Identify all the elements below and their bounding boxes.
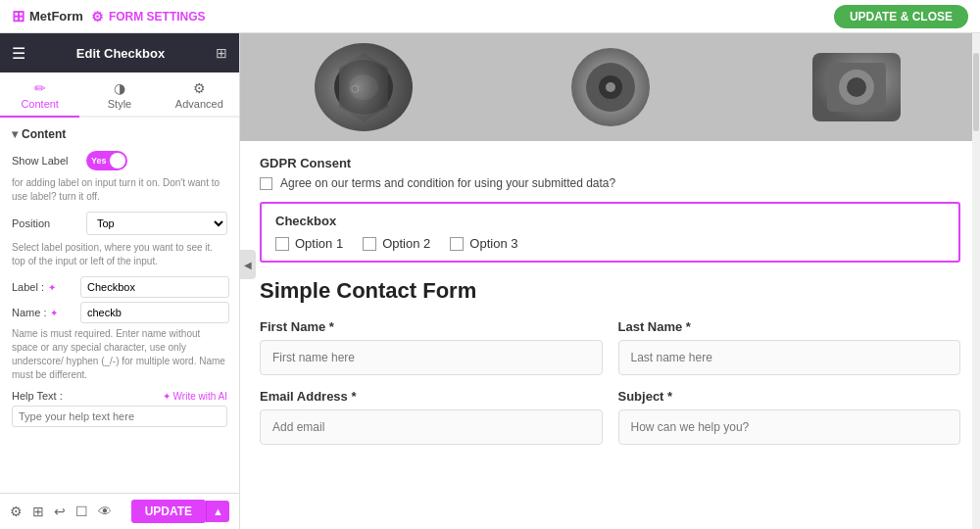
content-tab-label: Content <box>21 98 59 110</box>
update-chevron-button[interactable]: ▲ <box>206 501 229 522</box>
sidebar-collapse-arrow[interactable]: ◀ <box>240 250 256 279</box>
name-hint: Name is must required. Enter name withou… <box>12 327 227 382</box>
eye-icon[interactable]: 👁 <box>98 504 112 519</box>
checkbox-option-3: Option 3 <box>450 236 517 251</box>
option1-label: Option 1 <box>295 236 343 251</box>
style-tab-icon: ◑ <box>83 80 155 96</box>
product-img-1: ⬡ <box>240 33 487 141</box>
show-label-text: Show Label <box>12 155 80 167</box>
metal-part-svg-1: ⬡ <box>290 33 437 141</box>
name-text: Name : <box>12 307 46 318</box>
form-preview: GDPR Consent Agree on our terms and cond… <box>240 141 980 473</box>
option3-label: Option 3 <box>469 236 517 251</box>
logo-text: MetForm <box>29 9 83 24</box>
sidebar-bottom: ⚙ ⊞ ↩ ☐ 👁 UPDATE ▲ <box>0 493 239 529</box>
contact-form-title: Simple Contact Form <box>260 278 960 304</box>
subject-label: Subject * <box>618 389 961 404</box>
content-section-title: Content <box>12 127 227 141</box>
label-input[interactable] <box>80 276 229 298</box>
option2-checkbox[interactable] <box>363 237 376 251</box>
form-settings-label: FORM SETTINGS <box>109 10 206 24</box>
position-hint: Select label position, where you want to… <box>12 241 227 268</box>
help-text-row: Help Text : ✦ Write with AI <box>12 390 227 402</box>
history-icon[interactable]: ↩ <box>54 504 66 519</box>
metal-part-svg-2 <box>537 33 684 141</box>
help-text-input[interactable] <box>12 406 227 427</box>
content-tab-icon: ✏ <box>4 80 75 96</box>
name-star-icon: ✦ <box>50 308 58 318</box>
sidebar-title: Edit Checkbox <box>76 46 165 61</box>
sidebar: ☰ Edit Checkbox ⊞ ✏ Content ◑ Style ⚙ Ad… <box>0 33 240 529</box>
product-img-2 <box>487 33 734 141</box>
email-field: Email Address * <box>260 389 603 445</box>
gdpr-checkbox[interactable] <box>260 177 272 190</box>
settings-icon[interactable]: ⚙ <box>10 504 23 519</box>
subject-input[interactable] <box>618 409 961 445</box>
toggle-yes-text: Yes <box>91 156 107 166</box>
advanced-tab-icon: ⚙ <box>164 80 235 96</box>
gdpr-section: GDPR Consent Agree on our terms and cond… <box>260 156 960 190</box>
product-img-3 <box>733 33 980 141</box>
svg-marker-3 <box>339 53 388 121</box>
help-text-label: Help Text : <box>12 390 80 402</box>
checkbox-option-2: Option 2 <box>363 236 430 251</box>
gear-icon: ⚙ <box>91 9 104 24</box>
update-button[interactable]: UPDATE <box>131 500 206 523</box>
grid-icon[interactable]: ⊞ <box>216 45 227 61</box>
checkbox-options: Option 1 Option 2 Option 3 <box>275 236 945 251</box>
svg-point-12 <box>847 77 866 97</box>
form-settings-link[interactable]: ⚙ FORM SETTINGS <box>91 9 206 24</box>
top-bar: ⊞ MetForm ⚙ FORM SETTINGS UPDATE & CLOSE <box>0 0 980 33</box>
label-row: Label : ✦ <box>12 276 227 298</box>
show-label-row: Show Label Yes <box>12 151 227 170</box>
position-label-text: Position <box>12 217 80 229</box>
label-field-label: Label : ✦ <box>12 281 80 293</box>
email-input[interactable] <box>260 409 603 445</box>
position-row: Position Top Left <box>12 212 227 235</box>
gdpr-text: Agree on our terms and condition for usi… <box>280 176 615 190</box>
sidebar-tabs: ✏ Content ◑ Style ⚙ Advanced <box>0 72 239 118</box>
main-content: ⬡ <box>240 33 980 529</box>
svg-point-8 <box>606 82 615 92</box>
style-tab-label: Style <box>108 98 131 110</box>
update-close-button[interactable]: UPDATE & CLOSE <box>834 5 968 28</box>
tab-style[interactable]: ◑ Style <box>79 72 159 118</box>
option1-checkbox[interactable] <box>275 237 289 251</box>
write-ai-button[interactable]: ✦ Write with AI <box>163 391 227 402</box>
last-name-input[interactable] <box>618 340 961 375</box>
name-row: Name : ✦ <box>12 302 227 323</box>
first-name-field: First Name * <box>260 319 603 375</box>
scrollbar-thumb <box>973 53 979 131</box>
name-form-row: First Name * Last Name * <box>260 319 960 375</box>
main-layout: ☰ Edit Checkbox ⊞ ✏ Content ◑ Style ⚙ Ad… <box>0 33 980 529</box>
subject-field: Subject * <box>618 389 961 445</box>
sidebar-header-icons: ⊞ <box>216 45 227 61</box>
hamburger-icon[interactable]: ☰ <box>12 44 25 63</box>
metform-logo-icon: ⊞ <box>12 7 24 25</box>
name-field-label: Name : ✦ <box>12 307 80 318</box>
layers-icon[interactable]: ⊞ <box>32 504 44 519</box>
option3-checkbox[interactable] <box>450 237 464 251</box>
logo: ⊞ MetForm <box>12 7 83 25</box>
position-select[interactable]: Top Left <box>86 212 227 235</box>
show-label-toggle[interactable]: Yes <box>86 151 127 170</box>
name-input[interactable] <box>80 302 229 323</box>
scrollbar[interactable] <box>972 33 980 529</box>
bottom-icons: ⚙ ⊞ ↩ ☐ 👁 <box>10 504 112 519</box>
label-star-icon: ✦ <box>48 282 56 293</box>
tab-advanced[interactable]: ⚙ Advanced <box>160 72 239 118</box>
gdpr-checkbox-row: Agree on our terms and condition for usi… <box>260 176 960 190</box>
label-text: Label : <box>12 281 44 293</box>
gdpr-title: GDPR Consent <box>260 156 960 170</box>
clipboard-icon[interactable]: ☐ <box>75 504 88 519</box>
top-bar-left: ⊞ MetForm ⚙ FORM SETTINGS <box>12 7 206 25</box>
write-ai-label: Write with AI <box>173 391 227 402</box>
last-name-label: Last Name * <box>618 319 961 334</box>
ai-icon: ✦ <box>163 391 171 402</box>
checkbox-widget: Checkbox Option 1 Option 2 Option 3 <box>260 202 960 263</box>
first-name-input[interactable] <box>260 340 603 375</box>
checkbox-widget-title: Checkbox <box>275 214 945 228</box>
sidebar-header: ☰ Edit Checkbox ⊞ <box>0 33 239 72</box>
checkbox-option-1: Option 1 <box>275 236 343 251</box>
tab-content[interactable]: ✏ Content <box>0 72 79 118</box>
